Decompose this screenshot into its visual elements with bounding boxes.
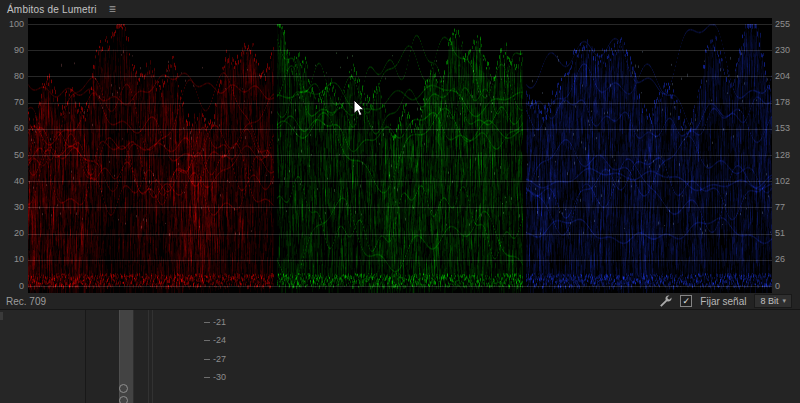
- lower-left-zone: [0, 310, 85, 403]
- db-tick-mark: [204, 322, 210, 323]
- scale-tick-label: 0: [0, 282, 24, 291]
- scale-tick-label: 77: [775, 203, 800, 212]
- scale-tick-label: 90: [0, 46, 24, 55]
- panel-menu-icon[interactable]: ≡: [109, 4, 116, 14]
- db-scale-row: -30: [204, 373, 226, 382]
- splitter-line-1: [148, 310, 149, 403]
- bit-depth-dropdown[interactable]: 8 Bit ▾: [754, 294, 792, 308]
- round-button-1[interactable]: [119, 384, 128, 393]
- db-tick-label: -27: [213, 355, 226, 364]
- db-tick-mark: [204, 340, 210, 341]
- db-scale-row: -27: [204, 355, 226, 364]
- scale-tick-label: 20: [0, 229, 24, 238]
- waveform-scope: 1009080706050403020100 25523020417815312…: [0, 18, 800, 293]
- db-tick-label: -24: [213, 336, 226, 345]
- scale-tick-label: 60: [0, 124, 24, 133]
- panel-title: Ámbitos de Lumetri: [7, 4, 97, 15]
- scale-tick-label: 70: [0, 98, 24, 107]
- splitter-line-2: [152, 310, 153, 403]
- colorspace-label: Rec. 709: [6, 296, 46, 307]
- db-tick-mark: [204, 359, 210, 360]
- corner-mark: [0, 312, 3, 320]
- clamp-signal-label: Fijar señal: [700, 296, 746, 307]
- scale-tick-label: 80: [0, 72, 24, 81]
- rgb-parade-canvas: [28, 18, 772, 293]
- db-tick-label: -30: [213, 373, 226, 382]
- scale-tick-label: 178: [775, 98, 800, 107]
- db-tick-mark: [204, 377, 210, 378]
- scale-tick-label: 230: [775, 46, 800, 55]
- db-tick-label: -21: [213, 318, 226, 327]
- lower-panel: -21-24-27-30: [0, 310, 800, 403]
- clamp-signal-checkbox[interactable]: ✓: [680, 295, 692, 307]
- scale-tick-label: 30: [0, 203, 24, 212]
- lumetri-scopes-panel: Ámbitos de Lumetri ≡ 1009080706050403020…: [0, 0, 800, 403]
- scale-tick-label: 128: [775, 151, 800, 160]
- chevron-down-icon: ▾: [782, 297, 786, 305]
- settings-wrench-icon[interactable]: [659, 295, 672, 308]
- scale-tick-label: 0: [775, 282, 800, 291]
- check-icon: ✓: [683, 297, 691, 306]
- round-button-2[interactable]: [119, 396, 128, 403]
- scale-tick-label: 255: [775, 20, 800, 29]
- scale-tick-label: 10: [0, 255, 24, 264]
- scale-tick-label: 100: [0, 20, 24, 29]
- panel-header: Ámbitos de Lumetri ≡: [0, 0, 800, 18]
- scale-tick-label: 40: [0, 177, 24, 186]
- scale-tick-label: 102: [775, 177, 800, 186]
- scale-tick-label: 50: [0, 151, 24, 160]
- scale-tick-label: 204: [775, 72, 800, 81]
- scope-toolbar: Rec. 709 ✓ Fijar señal 8 Bit ▾: [0, 293, 800, 310]
- db-scale-row: -24: [204, 336, 226, 345]
- panel-divider: [85, 310, 86, 403]
- scale-tick-label: 51: [775, 229, 800, 238]
- scale-tick-label: 26: [775, 255, 800, 264]
- db-scale-row: -21: [204, 318, 226, 327]
- bit-depth-value: 8 Bit: [760, 296, 778, 306]
- scale-tick-label: 153: [775, 124, 800, 133]
